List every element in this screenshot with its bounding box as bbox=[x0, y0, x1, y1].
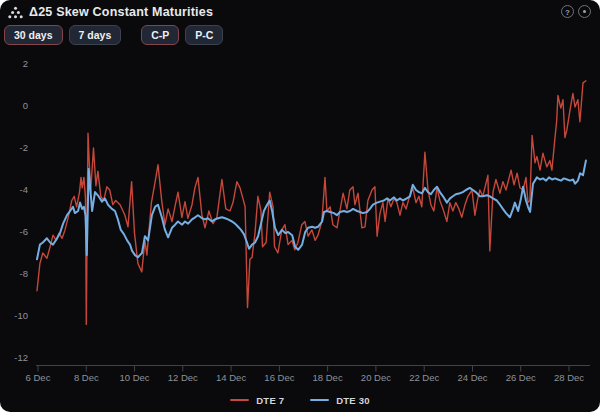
legend-item-dte-30[interactable]: DTE 30 bbox=[310, 395, 369, 406]
x-tick-label: 16 Dec bbox=[264, 372, 294, 383]
y-tick-label: -12 bbox=[14, 352, 28, 363]
chart-plot-area[interactable]: 6 Dec8 Dec10 Dec12 Dec14 Dec16 Dec18 Dec… bbox=[0, 0, 600, 412]
dte-30-line bbox=[37, 161, 586, 260]
y-tick-label: -6 bbox=[20, 226, 28, 237]
legend-item-dte-7[interactable]: DTE 7 bbox=[230, 395, 284, 406]
y-tick-label: -10 bbox=[14, 310, 28, 321]
legend-swatch-dte-7 bbox=[230, 399, 249, 402]
legend-label-dte-30: DTE 30 bbox=[336, 395, 369, 406]
y-tick-label: 0 bbox=[23, 100, 28, 111]
x-tick-label: 22 Dec bbox=[409, 372, 439, 383]
x-tick-label: 20 Dec bbox=[361, 372, 391, 383]
x-tick-label: 12 Dec bbox=[168, 372, 198, 383]
x-tick-label: 18 Dec bbox=[313, 372, 343, 383]
x-tick-label: 8 Dec bbox=[74, 372, 99, 383]
y-tick-label: -2 bbox=[20, 142, 28, 153]
y-tick-label: 2 bbox=[23, 58, 28, 69]
x-tick-label: 24 Dec bbox=[457, 372, 487, 383]
x-tick-label: 28 Dec bbox=[554, 372, 584, 383]
x-tick-label: 14 Dec bbox=[216, 372, 246, 383]
x-tick-label: 10 Dec bbox=[119, 372, 149, 383]
x-tick-label: 26 Dec bbox=[506, 372, 536, 383]
x-tick-label: 6 Dec bbox=[26, 372, 51, 383]
y-tick-label: -8 bbox=[20, 268, 28, 279]
y-tick-label: -4 bbox=[20, 184, 28, 195]
legend-label-dte-7: DTE 7 bbox=[256, 395, 284, 406]
legend-swatch-dte-30 bbox=[310, 399, 329, 402]
chart-widget: Δ25 Skew Constant Maturities ? 30 days 7… bbox=[0, 0, 600, 412]
chart-legend: DTE 7 DTE 30 bbox=[0, 394, 600, 406]
dte-7-line bbox=[37, 81, 586, 325]
